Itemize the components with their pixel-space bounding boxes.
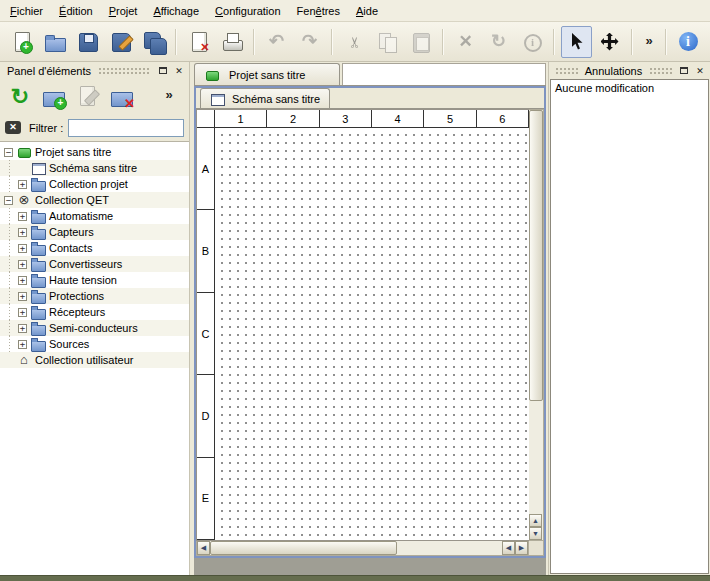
delete-category-button[interactable] <box>107 82 137 112</box>
close-panel-button[interactable] <box>172 64 186 77</box>
undo-history-list[interactable]: Aucune modification <box>550 79 709 574</box>
close-document-button[interactable] <box>183 26 214 58</box>
vertical-scroll-thumb[interactable] <box>529 110 543 401</box>
toolbar-separator <box>442 29 444 55</box>
tree-item-capteurs[interactable]: +Capteurs <box>0 224 189 240</box>
menu-item-edition[interactable]: Édition <box>51 0 101 21</box>
horizontal-scroll-track[interactable] <box>210 541 502 555</box>
tree-item-sources[interactable]: +Sources <box>0 336 189 352</box>
tree-item-label: Collection QET <box>35 194 109 206</box>
scroll-right-button[interactable] <box>515 541 528 555</box>
paste-button[interactable] <box>405 26 436 58</box>
undo-button[interactable] <box>261 26 292 58</box>
print-button[interactable] <box>216 26 247 58</box>
tree-expander[interactable]: + <box>18 292 27 301</box>
tree-item-collection-projet[interactable]: +Collection projet <box>0 176 189 192</box>
tree-expander[interactable]: + <box>18 308 27 317</box>
element-info-button[interactable] <box>516 26 547 58</box>
open-document-button[interactable] <box>39 26 70 58</box>
diagram-canvas[interactable] <box>215 128 529 540</box>
chevron-overflow-button[interactable] <box>639 26 659 58</box>
save-as-button[interactable] <box>105 26 136 58</box>
project-child-window: Schéma sans titre 123456 ABCDE <box>194 86 546 558</box>
about-info-button[interactable] <box>673 26 704 58</box>
tree-item-collection-utilisateur[interactable]: Collection utilisateur <box>0 352 189 368</box>
tree-item-label: Capteurs <box>49 226 94 238</box>
menu-item-projet[interactable]: Projet <box>101 0 146 21</box>
clear-filter-icon[interactable] <box>4 118 24 138</box>
horizontal-scrollbar[interactable] <box>196 541 529 556</box>
toolbar-separator <box>175 29 177 55</box>
tree-item-haute-tension[interactable]: +Haute tension <box>0 272 189 288</box>
tree-expander[interactable]: + <box>18 228 27 237</box>
tree-expander[interactable]: + <box>18 324 27 333</box>
tree-expander[interactable]: + <box>18 340 27 349</box>
toolbar-separator <box>253 29 255 55</box>
tree-expander[interactable]: + <box>18 260 27 269</box>
tree-expander[interactable]: + <box>18 212 27 221</box>
new-document-button[interactable] <box>6 26 37 58</box>
menu-item-aide[interactable]: Aide <box>348 0 386 21</box>
move-tool-button[interactable] <box>594 26 625 58</box>
folder-icon <box>31 289 45 303</box>
redo-button[interactable] <box>294 26 325 58</box>
tab-projet-sans-titre[interactable]: Projet sans titre <box>194 63 340 85</box>
tree-expander[interactable]: + <box>18 180 27 189</box>
tree-item-recepteurs[interactable]: +Récepteurs <box>0 304 189 320</box>
elements-panel-title: Panel d'éléments <box>3 65 95 77</box>
tree-item-collection-qet[interactable]: −Collection QET <box>0 192 189 208</box>
tree-item-contacts[interactable]: +Contacts <box>0 240 189 256</box>
workspace: Projet sans titre Schéma sans titre <box>190 62 548 575</box>
tree-expander[interactable]: + <box>18 244 27 253</box>
reload-collections-button[interactable] <box>5 82 35 112</box>
tree-item-protections[interactable]: +Protections <box>0 288 189 304</box>
tree-item-convertisseurs[interactable]: +Convertisseurs <box>0 256 189 272</box>
scroll-up-button[interactable] <box>529 514 542 527</box>
undo-dock-title: Annulations <box>581 65 647 77</box>
tabbar-empty-area <box>342 63 546 85</box>
rotate-button[interactable] <box>483 26 514 58</box>
scroll-down-button[interactable] <box>529 527 542 540</box>
copy-icon <box>376 30 400 54</box>
tree-item-label: Collection utilisateur <box>35 354 133 366</box>
tree-expander[interactable]: − <box>4 196 13 205</box>
row-header-D: D <box>197 375 215 457</box>
tree-item-label: Sources <box>49 338 89 350</box>
elements-panel-titlebar[interactable]: Panel d'éléments <box>0 62 189 79</box>
vertical-scroll-track[interactable] <box>529 110 543 514</box>
select-pointer-button[interactable] <box>561 26 592 58</box>
filter-input[interactable] <box>68 119 184 137</box>
horizontal-scroll-row <box>196 541 544 556</box>
tree-item-schema-sans-titre[interactable]: Schéma sans titre <box>0 160 189 176</box>
tree-item-projet-sans-titre[interactable]: −Projet sans titre <box>0 144 189 160</box>
panel-overflow-button[interactable] <box>154 82 184 112</box>
move-tool-icon <box>598 30 622 54</box>
delete-button[interactable] <box>450 26 481 58</box>
save-all-button[interactable] <box>138 26 169 58</box>
tree-item-label: Projet sans titre <box>35 146 111 158</box>
scroll-left-button-2[interactable] <box>502 541 515 555</box>
menu-item-affichage[interactable]: Affichage <box>145 0 207 21</box>
new-category-button[interactable] <box>39 82 69 112</box>
undo-dock-titlebar[interactable]: Annulations <box>549 62 710 79</box>
vertical-scrollbar[interactable] <box>529 109 544 541</box>
save-button[interactable] <box>72 26 103 58</box>
tree-item-automatisme[interactable]: +Automatisme <box>0 208 189 224</box>
close-undo-dock-button[interactable] <box>693 64 707 77</box>
tab-schema-sans-titre[interactable]: Schéma sans titre <box>200 88 330 108</box>
float-undo-dock-button[interactable] <box>677 64 691 77</box>
float-panel-button[interactable] <box>156 64 170 77</box>
scroll-left-button[interactable] <box>197 541 210 555</box>
copy-button[interactable] <box>372 26 403 58</box>
tree-item-semi-conducteurs[interactable]: +Semi-conducteurs <box>0 320 189 336</box>
tree-expander[interactable]: − <box>4 148 13 157</box>
horizontal-scroll-thumb[interactable] <box>210 541 397 555</box>
dock-handle-texture <box>98 67 151 75</box>
edit-category-button[interactable] <box>73 82 103 112</box>
menu-item-fenetres[interactable]: Fenêtres <box>289 0 348 21</box>
cut-button[interactable] <box>339 26 370 58</box>
menu-item-configuration[interactable]: Configuration <box>207 0 288 21</box>
row-header-C: C <box>197 293 215 375</box>
menu-item-fichier[interactable]: Fichier <box>2 0 51 21</box>
tree-expander[interactable]: + <box>18 276 27 285</box>
